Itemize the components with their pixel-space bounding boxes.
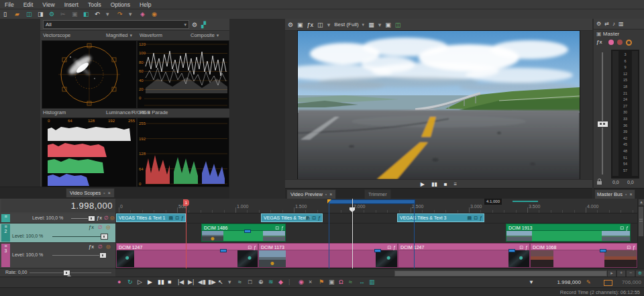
copy-icon[interactable]: ▣ [72,10,78,18]
timeline-event-video-frames[interactable] [201,231,286,242]
mute-icon[interactable]: ∅ [98,244,103,250]
pan-crop-icon[interactable]: ⊡ [175,214,179,221]
trim-tool-icon[interactable]: ◆ [278,277,283,287]
timeline-event-media-frames[interactable] [530,250,637,268]
menu-item[interactable]: View [38,1,59,8]
hscroll-thumb[interactable] [394,270,607,277]
lock-icon[interactable]: ▣ [329,277,335,287]
menu-item[interactable]: Options [106,1,135,8]
track-header-2[interactable]: ≡ 2 ƒx ∅ ◎ Level: 100,0 % [0,224,115,243]
level-slider[interactable] [52,255,106,256]
close-icon[interactable]: × [329,192,332,197]
tab-master-bus[interactable]: Master Bus ▫ × [594,189,635,199]
cut-icon[interactable]: ✂ [60,10,66,18]
selection-length-readout[interactable]: 706,000 [616,279,641,285]
generated-media-icon[interactable]: ▤ [169,214,174,221]
track-menu-1[interactable]: ≡ [1,214,10,222]
timeline-event-media-frames[interactable] [398,250,530,268]
timeline-event-media-frames[interactable] [258,250,398,268]
mixer-icon[interactable]: ▥ [369,277,375,287]
preview-quality-select[interactable]: Best (Full) ▾ [334,21,364,28]
vscroll-thumb[interactable] [639,207,643,236]
paste-icon[interactable]: ◧ [83,10,89,18]
undo-icon[interactable]: ↶ [95,10,100,18]
tool-caret-icon[interactable]: ▾ [228,277,231,287]
overlay-grid-icon[interactable]: ▦ [368,21,374,28]
go-to-start-icon[interactable]: |◀ [178,277,184,287]
split-caret-icon[interactable]: ▾ [327,21,331,28]
menu-item[interactable]: Tools [83,1,106,8]
marker-icon[interactable]: ⚑ [319,277,324,287]
open-project-icon[interactable]: ▰ [15,10,19,18]
menu-item[interactable]: Insert [60,1,83,8]
external-monitor-icon[interactable]: ▣ [297,21,303,28]
timeline-canvas[interactable]: 05001.0001.5002.0002.5003.0003.5004.000 … [115,199,637,277]
zoom-tool-icon[interactable]: ⊕ [258,277,264,287]
render-as-icon[interactable]: ◨ [38,10,44,18]
generated-media-icon[interactable]: ▤ [468,214,472,221]
help-icon[interactable]: ◉ [152,10,157,18]
cursor-position-readout[interactable]: 1.998,000 [538,279,581,285]
scope-settings-icon[interactable]: ⚙ [192,21,197,28]
split-tool-icon[interactable]: ≋ [268,277,274,287]
generated-media-icon[interactable]: ▤ [306,214,311,221]
track-fx-button[interactable]: ƒx [89,244,94,250]
separator[interactable]: | [288,277,290,287]
undo-caret-icon[interactable]: ▾ [106,10,109,18]
float-window-icon[interactable]: ▫ [325,192,327,197]
vectorscope-mode-select[interactable]: Magnified▾ [106,32,132,38]
mixer-layout-icon[interactable]: ▥ [619,21,624,27]
timeline-event-media[interactable]: DCIM 1247 ⊡ƒ [116,243,258,250]
record-icon[interactable]: ● [117,277,121,287]
envelope-handle[interactable] [220,249,227,252]
lock-icon[interactable] [597,181,602,185]
menu-item[interactable]: File [0,1,19,8]
track-fx-button[interactable]: ƒx [89,225,94,230]
tab-video-scopes[interactable]: Video Scopes ▫ × [66,188,115,197]
snap-icon[interactable]: Ω [339,277,343,287]
next-frame-icon[interactable]: ▮▶ [208,277,216,287]
go-to-end-icon[interactable]: ▶| [188,277,194,287]
slip-tool-icon[interactable]: ↔ [359,277,365,287]
close-icon[interactable]: × [108,191,111,195]
timeline-event-video-frames[interactable] [506,231,631,242]
timeline-event-title[interactable]: VEGAS Titles & Text 1 ▤⊡ƒ [116,213,186,222]
play-icon[interactable]: ▶ [148,277,152,287]
master-fader-handle[interactable] [597,121,608,128]
envelope-tool-icon[interactable]: ≈ [238,277,241,287]
dim-icon[interactable] [617,40,623,45]
edit-cursor-icon[interactable]: ✎ [586,279,591,285]
save-project-icon[interactable]: ◫ [26,10,32,18]
envelope-handle[interactable] [244,230,251,233]
cursor-line[interactable] [352,199,353,268]
track-header-3[interactable]: ≡ 3 ƒx ∅ ◎ Level: 100,0 % [0,243,115,268]
timeline-event-media[interactable]: DCIM 1068 ⊡ƒ [530,243,637,250]
timeline-event-title[interactable]: VEGAS Titles & Text 2 ▤⊡ƒ [261,213,323,222]
video-output-fx-icon[interactable]: ƒx [307,21,314,28]
edit-tool-icon[interactable]: ↖ [218,277,223,287]
float-window-icon[interactable]: ▫ [625,192,627,197]
insert-bus-icon[interactable]: ⇄ [604,21,609,27]
save-snapshot-icon[interactable]: ◫ [395,21,401,28]
cursor-time-display[interactable]: 1.998,000 [1,199,115,212]
ab-split-icon[interactable]: ▞ [201,21,206,28]
loop-region-bar[interactable] [329,199,415,204]
redo-icon[interactable]: ↷ [117,10,123,18]
envelope-handle[interactable] [508,249,515,252]
close-icon[interactable]: × [629,192,632,197]
overlay-caret-icon[interactable]: ▾ [378,21,382,28]
normalize-icon[interactable]: ◉ [299,277,304,287]
track-menu-2[interactable]: ≡ 2 [1,224,10,242]
track-menu-3[interactable]: ≡ 3 [1,244,10,267]
rate-slider[interactable] [30,273,111,273]
master-properties-icon[interactable]: ⚙ [596,21,601,27]
project-properties-icon[interactable]: ⚙ [49,10,54,18]
envelope-handle[interactable] [600,249,606,252]
scope-preset-select[interactable]: All▾ [43,20,189,29]
envelope-icon[interactable]: ≈ [349,277,352,287]
prev-frame-icon[interactable]: ◀▮ [198,277,206,287]
timeline-event-video[interactable]: DCIM 1913 ⊡ƒ [506,224,631,231]
stop-icon[interactable]: ■ [168,277,171,287]
tab-video-preview[interactable]: Video Preview ▫ × [286,189,336,199]
track-fx-button[interactable]: ƒx [97,215,102,221]
